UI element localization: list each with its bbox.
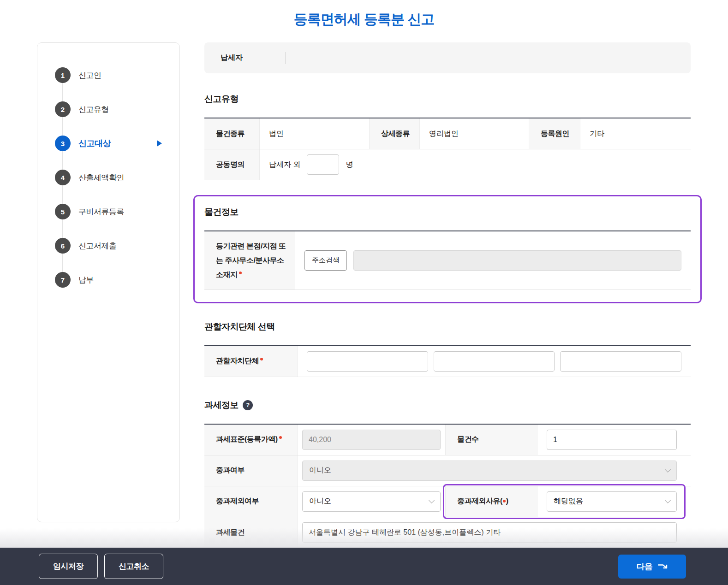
chevron-down-icon	[665, 497, 671, 503]
joint-name-prefix: 납세자 외	[269, 160, 300, 170]
object-count-label: 물건수	[445, 425, 537, 455]
section-title-report-type: 신고유형	[204, 93, 691, 105]
required-marker	[239, 272, 242, 274]
step-2-singoyuhyeong[interactable]: 2 신고유형	[55, 101, 162, 117]
excl-reason-label: 중과제외사유()	[445, 486, 537, 517]
section-title-district: 관할자치단체 선택	[204, 321, 691, 333]
taxpayer-bar: 납세자	[204, 42, 691, 73]
temp-save-button[interactable]: 임시저장	[39, 554, 98, 579]
heavy-excl-select[interactable]: 아니오	[302, 491, 441, 512]
step-number-badge: 3	[55, 136, 71, 151]
heavy-tax-label: 중과여부	[204, 455, 298, 486]
property-kind-label: 물건종류	[204, 118, 260, 149]
address-search-button[interactable]: 주소검색	[304, 250, 347, 271]
section-property-info-highlight: 물건정보 등기관련 본점/지점 또는 주사무소/분사무소 소재지 주소검색	[193, 195, 702, 303]
object-count-input[interactable]	[547, 430, 677, 450]
registration-cause-value: 기타	[580, 118, 691, 149]
cancel-report-button[interactable]: 신고취소	[104, 554, 163, 579]
registration-cause-label: 등록원인	[529, 118, 580, 149]
step-3-singodaesang-active[interactable]: 3 신고대상	[55, 136, 162, 151]
step-number-badge: 6	[55, 238, 71, 254]
page-title: 등록면허세 등록분 신고	[0, 10, 728, 29]
joint-count-input[interactable]	[307, 154, 339, 175]
next-arrow-icon	[658, 563, 668, 569]
section-district-select: 관할자치단체 선택 관할자치단체	[204, 321, 691, 377]
footer-action-bar: 임시저장 신고취소 다음	[0, 548, 728, 585]
heavy-tax-select: 아니오	[302, 461, 677, 481]
joint-name-suffix: 명	[346, 160, 353, 170]
required-marker	[260, 358, 263, 360]
tax-base-input	[302, 430, 441, 450]
required-marker	[279, 436, 282, 439]
step-number-badge: 1	[55, 67, 71, 83]
joint-name-label: 공동명의	[204, 149, 260, 180]
section-tax-info: 과세정보 ? 과세표준(등록가액) 물건수 중과여부 아니	[204, 399, 691, 549]
step-number-badge: 5	[55, 204, 71, 219]
property-kind-value: 법인	[260, 118, 369, 149]
chevron-down-icon	[429, 497, 435, 503]
step-7-nabbu[interactable]: 7 납부	[55, 272, 162, 288]
registry-address-label: 등기관련 본점/지점 또는 주사무소/분사무소 소재지	[204, 231, 295, 290]
divider	[285, 52, 286, 64]
section-title-tax-info: 과세정보 ?	[204, 399, 691, 411]
district-label: 관할자치단체	[204, 346, 298, 377]
help-icon[interactable]: ?	[243, 400, 253, 410]
step-5-gubiseoryu[interactable]: 5 구비서류등록	[55, 204, 162, 219]
chevron-down-icon	[665, 467, 671, 473]
heavy-excl-label: 중과제외여부	[204, 486, 298, 517]
step-4-sanchulseaek[interactable]: 4 산출세액확인	[55, 170, 162, 185]
step-navigation: 1 신고인 2 신고유형 3 신고대상 4 산출세액확인 5 구비서류등록 6 …	[37, 42, 180, 522]
step-number-badge: 7	[55, 272, 71, 288]
taxpayer-label: 납세자	[221, 53, 243, 63]
district-input-1[interactable]	[307, 351, 428, 372]
excl-reason-select[interactable]: 해당없음	[547, 491, 677, 512]
next-button[interactable]: 다음	[618, 555, 686, 579]
form-content: 납세자 신고유형 물건종류 법인 상세종류 영리법인 등록원인 기타 공동명의 …	[204, 42, 691, 549]
step-number-badge: 2	[55, 101, 71, 117]
detail-kind-value: 영리법인	[420, 118, 529, 149]
tax-base-label: 과세표준(등록가액)	[204, 425, 298, 455]
section-report-type: 신고유형 물건종류 법인 상세종류 영리법인 등록원인 기타 공동명의 납세자 …	[204, 93, 691, 180]
step-number-badge: 4	[55, 170, 71, 185]
arrow-right-icon	[157, 140, 162, 147]
registry-address-input	[353, 250, 681, 271]
required-marker	[503, 500, 506, 502]
detail-kind-label: 상세종류	[369, 118, 420, 149]
district-input-2[interactable]	[434, 351, 555, 372]
step-6-singoseo[interactable]: 6 신고서제출	[55, 238, 162, 254]
footer-shadow	[0, 528, 728, 548]
district-input-3[interactable]	[560, 351, 681, 372]
section-title-property-info: 물건정보	[204, 206, 691, 218]
step-1-singoin[interactable]: 1 신고인	[55, 67, 162, 83]
